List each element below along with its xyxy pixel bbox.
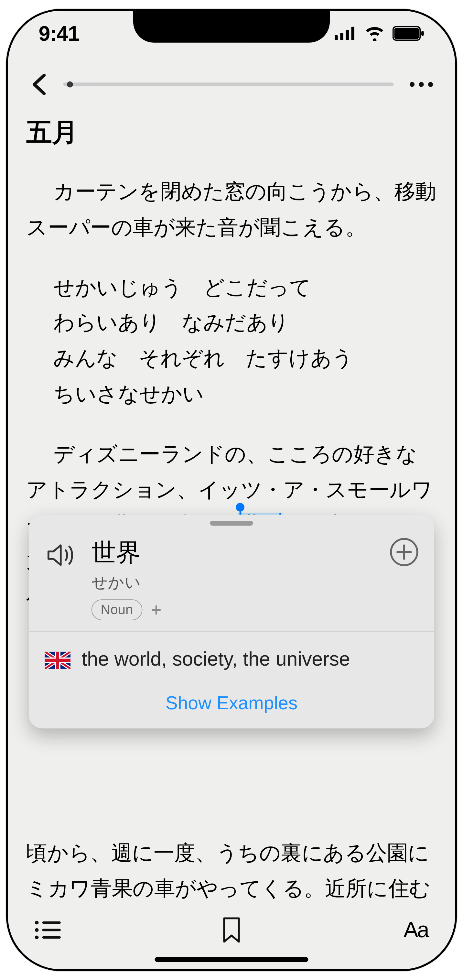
speaker-icon: [46, 542, 75, 569]
bookmark-button[interactable]: [214, 913, 249, 947]
lyrics-block[interactable]: せかいじゅう どこだって わらいあり なみだあり みんな それぞれ たすけあう …: [53, 270, 436, 412]
top-nav: [8, 66, 455, 103]
back-button[interactable]: [26, 72, 51, 97]
dictionary-header: 世界 せかい Noun +: [29, 530, 434, 632]
definition-text: the world, society, the universe: [81, 648, 350, 670]
show-examples-button[interactable]: Show Examples: [29, 677, 434, 729]
dictionary-word: 世界: [92, 536, 375, 570]
svg-rect-3: [352, 27, 355, 40]
lyrics-line: みんな それぞれ たすけあう: [53, 341, 436, 377]
bookmark-icon: [222, 917, 242, 943]
drag-handle[interactable]: [210, 521, 253, 526]
lyrics-line: ちいさなせかい: [53, 376, 436, 412]
paragraph[interactable]: 頃から、週に一度、うちの裏にある公園にミカワ青果の車がやってくる。近所に住むお年…: [26, 835, 436, 908]
lyrics-line: わらいあり なみだあり: [53, 305, 436, 341]
svg-point-15: [35, 936, 38, 939]
phone-frame: 9:41 五月 カーテンを閉めた窓の向こうから、移動スーパーの車が来た音が聞こえ…: [6, 9, 457, 971]
svg-rect-16: [42, 936, 61, 939]
svg-rect-1: [340, 33, 344, 40]
list-icon: [33, 920, 61, 940]
add-pos-button[interactable]: +: [151, 599, 161, 620]
wifi-icon: [364, 26, 385, 41]
dictionary-reading: せかい: [92, 572, 375, 593]
bottom-toolbar: Aa: [8, 912, 455, 948]
svg-rect-12: [42, 921, 61, 924]
dictionary-panel[interactable]: 世界 せかい Noun + the world, society, the un…: [29, 515, 434, 729]
svg-rect-5: [395, 28, 419, 39]
text-settings-button[interactable]: Aa: [399, 913, 433, 947]
progress-thumb[interactable]: [67, 81, 73, 88]
svg-point-9: [428, 82, 433, 87]
dictionary-body: the world, society, the universe: [29, 632, 434, 677]
battery-icon: [393, 26, 425, 41]
reading-progress[interactable]: [63, 83, 393, 86]
svg-point-13: [35, 928, 38, 932]
lyrics-line: せかいじゅう どこだって: [53, 270, 436, 305]
svg-rect-2: [346, 30, 349, 40]
svg-point-7: [410, 82, 415, 87]
play-audio-button[interactable]: [45, 539, 76, 571]
status-time: 9:41: [38, 21, 79, 45]
add-to-vocab-button[interactable]: [390, 538, 418, 566]
svg-rect-6: [421, 31, 424, 36]
svg-rect-0: [335, 35, 338, 40]
selection-dot-start[interactable]: [236, 503, 244, 512]
svg-rect-14: [42, 929, 61, 931]
home-indicator[interactable]: [155, 957, 309, 962]
paragraph[interactable]: カーテンを閉めた窓の向こうから、移動スーパーの車が来た音が聞こえる。: [26, 174, 436, 245]
device-notch: [133, 11, 330, 43]
uk-flag-icon: [45, 651, 70, 668]
part-of-speech-badge: Noun: [92, 599, 142, 620]
contents-button[interactable]: [30, 913, 64, 947]
reader-content: 五月 カーテンを閉めた窓の向こうから、移動スーパーの車が来た音が聞こえる。 せか…: [26, 115, 436, 908]
chapter-title: 五月: [26, 115, 436, 150]
status-indicators: [335, 26, 424, 41]
svg-point-11: [35, 921, 38, 924]
svg-point-8: [419, 82, 424, 87]
more-menu-button[interactable]: [406, 72, 437, 97]
plus-icon: [396, 544, 412, 560]
chevron-left-icon: [31, 73, 46, 96]
cellular-icon: [335, 27, 356, 40]
more-icon: [409, 81, 434, 88]
